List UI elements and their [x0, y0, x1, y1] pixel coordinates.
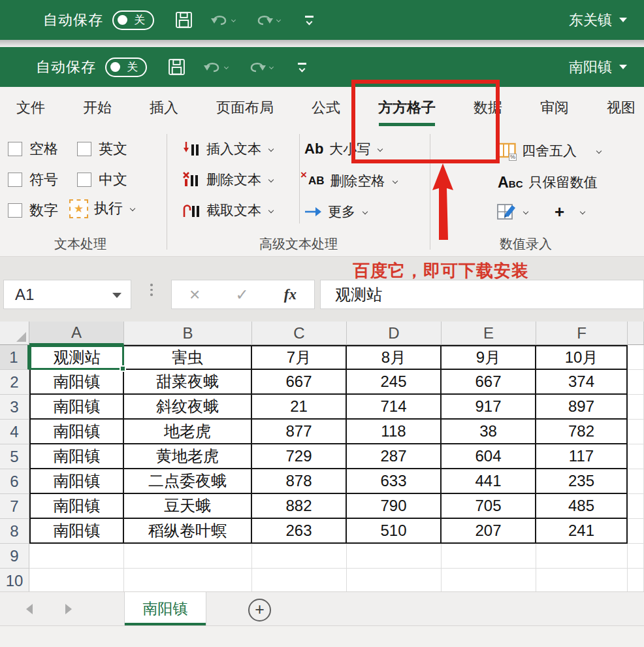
undo-button[interactable]: [210, 12, 235, 29]
sheet-tab-nanyang[interactable]: 南阳镇: [124, 592, 206, 625]
cell[interactable]: [628, 494, 644, 519]
save-button[interactable]: [175, 11, 193, 29]
cell[interactable]: 38: [442, 420, 536, 444]
cell[interactable]: 21: [252, 395, 347, 420]
table-edit-button[interactable]: +: [496, 202, 585, 222]
execute-button[interactable]: ★ 执行: [69, 199, 135, 218]
cell[interactable]: 南阳镇: [29, 494, 124, 519]
undo-dropdown-icon[interactable]: [231, 18, 236, 22]
cell[interactable]: 害虫: [124, 345, 252, 370]
cell[interactable]: 南阳镇: [29, 370, 124, 395]
checkbox-number[interactable]: 数字: [8, 201, 58, 220]
cell[interactable]: 441: [442, 469, 536, 494]
cell[interactable]: 882: [252, 494, 347, 519]
tab-review[interactable]: 审阅: [540, 95, 569, 120]
cell[interactable]: [347, 544, 442, 569]
cell[interactable]: 稻纵卷叶螟: [124, 519, 252, 544]
tab-insert[interactable]: 插入: [150, 95, 178, 120]
enter-icon[interactable]: ✓: [236, 287, 249, 303]
cell[interactable]: 877: [252, 420, 347, 444]
autosave-toggle[interactable]: 关: [105, 58, 147, 77]
cell[interactable]: 甜菜夜蛾: [124, 370, 252, 395]
tab-view[interactable]: 视图: [607, 95, 636, 120]
name-box[interactable]: A1: [3, 280, 131, 309]
cell[interactable]: 二点委夜蛾: [124, 469, 252, 494]
cell[interactable]: [536, 544, 628, 569]
cell[interactable]: [347, 569, 442, 591]
cell[interactable]: [628, 519, 644, 544]
undo-button[interactable]: [202, 59, 228, 76]
cell[interactable]: 10月: [536, 345, 628, 370]
cell[interactable]: 235: [536, 469, 628, 494]
cell[interactable]: [442, 569, 536, 591]
checkbox-english[interactable]: 英文: [77, 139, 127, 159]
checkbox-symbol[interactable]: 符号: [8, 170, 58, 190]
customize-toolbar-button[interactable]: [305, 16, 314, 24]
cell[interactable]: 118: [347, 420, 442, 444]
cell[interactable]: 897: [536, 395, 628, 420]
cell[interactable]: 南阳镇: [29, 519, 124, 544]
cell[interactable]: [252, 569, 347, 591]
column-header-D[interactable]: D: [347, 322, 442, 345]
customize-toolbar-button[interactable]: [298, 63, 306, 71]
cell[interactable]: 地老虎: [124, 420, 252, 444]
tab-file[interactable]: 文件: [16, 95, 45, 120]
cell[interactable]: 633: [347, 469, 442, 494]
cell[interactable]: 917: [442, 395, 536, 420]
tab-home[interactable]: 开始: [83, 95, 112, 120]
cell[interactable]: [628, 544, 644, 569]
cell[interactable]: 8月: [347, 345, 442, 370]
cell[interactable]: 117: [536, 444, 628, 469]
cell[interactable]: 263: [252, 519, 347, 544]
cell[interactable]: [124, 544, 252, 569]
cell[interactable]: 374: [536, 370, 628, 395]
column-header-B[interactable]: B: [124, 322, 252, 345]
cell[interactable]: 714: [347, 395, 442, 420]
cell[interactable]: [628, 469, 644, 494]
round-button[interactable]: % 四舍五入: [498, 142, 601, 160]
row-header-7[interactable]: 7: [0, 494, 29, 519]
row-header-6[interactable]: 6: [0, 469, 29, 494]
cell[interactable]: [628, 345, 644, 370]
tab-formulas[interactable]: 公式: [312, 95, 340, 120]
delete-spaces-button[interactable]: ×AB 删除空格: [302, 172, 397, 190]
cell[interactable]: 241: [536, 519, 628, 544]
column-header-partial[interactable]: [628, 322, 644, 345]
formula-input[interactable]: 观测站: [320, 280, 644, 309]
cell[interactable]: [628, 444, 644, 469]
column-header-E[interactable]: E: [442, 322, 536, 345]
cell[interactable]: 485: [536, 494, 628, 519]
save-button[interactable]: [168, 58, 185, 76]
extract-text-button[interactable]: 截取文本: [183, 201, 273, 220]
formula-bar-grip[interactable]: [150, 284, 153, 296]
cell[interactable]: [536, 569, 628, 591]
redo-dropdown-icon[interactable]: [276, 18, 281, 22]
cell[interactable]: [628, 370, 644, 395]
row-header-10[interactable]: 10: [0, 569, 29, 591]
column-header-C[interactable]: C: [252, 322, 347, 345]
redo-button[interactable]: [248, 59, 273, 76]
checkbox-space[interactable]: 空格: [8, 139, 58, 159]
cell[interactable]: [628, 420, 644, 444]
cell[interactable]: 南阳镇: [29, 395, 124, 420]
row-header-3[interactable]: 3: [0, 395, 29, 420]
row-header-9[interactable]: 9: [0, 544, 29, 569]
cell[interactable]: 729: [252, 444, 347, 469]
cell[interactable]: 782: [536, 420, 628, 444]
name-box-dropdown-icon[interactable]: [112, 293, 121, 298]
undo-dropdown-icon[interactable]: [224, 65, 229, 69]
document-title[interactable]: 东关镇: [569, 10, 627, 30]
cell[interactable]: [29, 544, 124, 569]
cell[interactable]: [252, 544, 347, 569]
cell[interactable]: 245: [347, 370, 442, 395]
sheet-nav-left-icon[interactable]: [26, 604, 33, 614]
cell[interactable]: 287: [347, 444, 442, 469]
document-title[interactable]: 南阳镇: [569, 58, 627, 77]
cell[interactable]: 207: [442, 519, 536, 544]
cell[interactable]: [628, 395, 644, 420]
cancel-icon[interactable]: ×: [189, 286, 200, 304]
cell[interactable]: 南阳镇: [29, 469, 124, 494]
keep-numeric-button[interactable]: ABC 只保留数值: [498, 173, 597, 191]
row-header-2[interactable]: 2: [0, 370, 29, 395]
cell[interactable]: 667: [442, 370, 536, 395]
